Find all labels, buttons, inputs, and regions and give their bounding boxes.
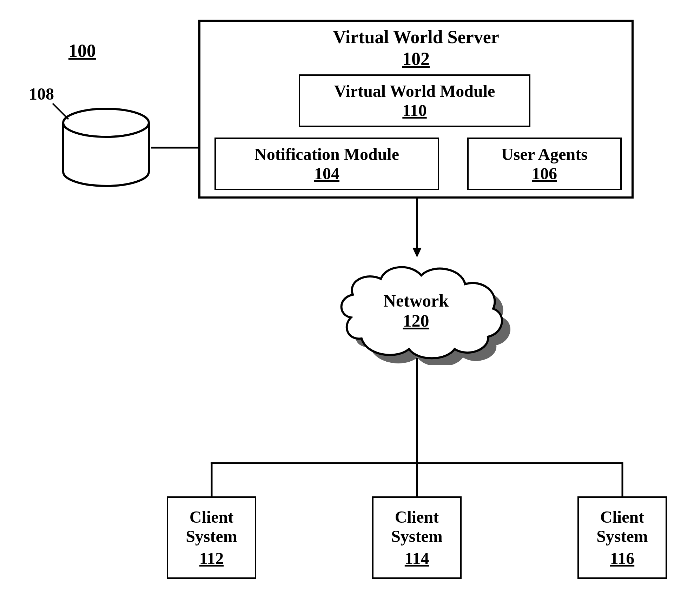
vw-module-title: Virtual World Module bbox=[334, 81, 495, 101]
virtual-world-module-box: Virtual World Module 110 bbox=[299, 74, 530, 127]
network-cloud: Network 120 bbox=[328, 253, 511, 365]
db-server-connector bbox=[151, 146, 200, 149]
user-agents-ref: 106 bbox=[532, 164, 557, 183]
client-drop-3 bbox=[621, 462, 624, 497]
user-agents-title: User Agents bbox=[501, 145, 588, 164]
server-network-arrow bbox=[412, 199, 422, 258]
client-drop-2 bbox=[415, 462, 419, 497]
user-agents-box: User Agents 106 bbox=[467, 138, 622, 190]
diagram-canvas: 100 108 Virtual World Server 102 Virtual… bbox=[0, 0, 681, 616]
vw-module-ref: 110 bbox=[402, 101, 427, 120]
notif-module-ref: 104 bbox=[314, 164, 339, 183]
server-ref: 102 bbox=[402, 48, 430, 69]
client-bus bbox=[211, 461, 623, 465]
client-system-box-3: Client System 116 bbox=[577, 496, 667, 579]
network-ref: 120 bbox=[328, 310, 504, 331]
client-ref-1: 112 bbox=[199, 549, 224, 568]
client-title-3a: Client bbox=[600, 507, 644, 527]
figure-ref-label: 100 bbox=[68, 40, 96, 61]
client-drop-1 bbox=[210, 462, 213, 497]
client-ref-2: 114 bbox=[405, 549, 429, 568]
notif-module-title: Notification Module bbox=[254, 145, 399, 164]
svg-point-0 bbox=[63, 109, 149, 137]
client-title-1b: System bbox=[186, 527, 237, 546]
client-title-3b: System bbox=[596, 527, 648, 546]
network-stem bbox=[415, 358, 419, 463]
client-ref-3: 116 bbox=[610, 549, 634, 568]
virtual-world-server-box: Virtual World Server 102 Virtual World M… bbox=[198, 20, 634, 199]
client-title-2a: Client bbox=[395, 507, 439, 527]
notification-module-box: Notification Module 104 bbox=[214, 138, 439, 190]
client-system-box-2: Client System 114 bbox=[372, 496, 462, 579]
client-title-2b: System bbox=[391, 527, 443, 546]
database-cylinder bbox=[60, 107, 152, 188]
server-title: Virtual World Server bbox=[333, 27, 499, 48]
database-ref-label: 108 bbox=[29, 84, 54, 103]
database-icon bbox=[60, 107, 152, 188]
client-title-1a: Client bbox=[190, 507, 233, 527]
client-system-box-1: Client System 112 bbox=[167, 496, 256, 579]
network-title: Network bbox=[328, 290, 504, 311]
